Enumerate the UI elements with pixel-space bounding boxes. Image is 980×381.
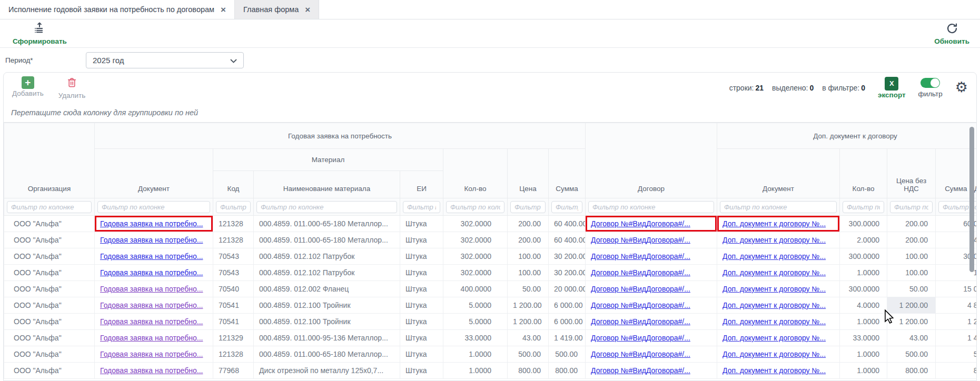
- filter-input-material[interactable]: [256, 201, 397, 213]
- filter-toggle[interactable]: фильтр: [918, 78, 943, 98]
- table-row[interactable]: ООО "Альфа" Годовая заявка на потребно..…: [4, 281, 977, 297]
- cell-code: 70541: [213, 297, 254, 314]
- contract-link[interactable]: Договор №#ВидДоговора#/...: [591, 366, 690, 375]
- filter-input-contract[interactable]: [588, 201, 714, 213]
- add-label: Добавить: [12, 89, 44, 97]
- cell-document: Годовая заявка на потребно...: [95, 297, 213, 314]
- add-row-button[interactable]: + Добавить: [12, 76, 44, 99]
- filter-input-unit[interactable]: [403, 201, 440, 213]
- addendum-link[interactable]: Доп. документ к договору №...: [722, 236, 826, 244]
- close-icon[interactable]: ×: [305, 5, 310, 14]
- cell-price-no-vat: 1 200.00: [887, 297, 936, 314]
- addendum-link[interactable]: Доп. документ к договору №...: [722, 301, 826, 309]
- excel-export-button[interactable]: X экспорт: [878, 77, 906, 99]
- close-icon[interactable]: ×: [221, 5, 226, 14]
- table-row[interactable]: ООО "Альфа" Годовая заявка на потребно..…: [4, 346, 977, 363]
- addendum-link[interactable]: Доп. документ к договору №...: [722, 334, 826, 342]
- contract-link[interactable]: Договор №#ВидДоговора#/...: [591, 268, 690, 277]
- annual-request-link[interactable]: Годовая заявка на потребно...: [100, 285, 203, 293]
- tab-annual-request-execution[interactable]: Исполнение годовой заявки на потребность…: [0, 0, 235, 19]
- addendum-link[interactable]: Доп. документ к договору №...: [722, 219, 826, 228]
- annual-request-link[interactable]: Годовая заявка на потребно...: [100, 366, 203, 375]
- annual-request-link[interactable]: Годовая заявка на потребно...: [100, 252, 203, 260]
- gear-icon[interactable]: ⚙: [955, 81, 968, 95]
- filter-input-price-no-vat[interactable]: [890, 201, 933, 213]
- group-by-drop-zone[interactable]: Перетащите сюда колонку для группировки …: [4, 103, 976, 123]
- period-select[interactable]: 2025 год: [86, 52, 244, 68]
- addendum-link[interactable]: Доп. документ к договору №...: [722, 285, 826, 293]
- generate-report-icon: [33, 22, 46, 37]
- contract-link[interactable]: Договор №#ВидДоговора#/...: [591, 317, 690, 326]
- column-header-document[interactable]: Документ: [95, 149, 213, 198]
- filter-input-organization[interactable]: [7, 201, 92, 213]
- column-header-unit[interactable]: ЕИ: [400, 171, 443, 198]
- table-row[interactable]: ООО "Альфа" Годовая заявка на потребно..…: [4, 248, 977, 265]
- table-row[interactable]: ООО "Альфа" Годовая заявка на потребно..…: [4, 232, 977, 248]
- column-header-code[interactable]: Код: [213, 171, 254, 198]
- cell-unit: Штука: [400, 297, 443, 314]
- contract-link[interactable]: Договор №#ВидДоговора#/...: [591, 285, 690, 293]
- annual-request-link[interactable]: Годовая заявка на потребно...: [100, 236, 203, 244]
- table-row[interactable]: ООО "Альфа" Годовая заявка на потребно..…: [4, 216, 977, 232]
- column-header-document-2[interactable]: Документ: [717, 149, 840, 198]
- contract-link[interactable]: Договор №#ВидДоговора#/...: [591, 252, 690, 260]
- column-header-material-name[interactable]: Наименование материала: [254, 171, 400, 198]
- annual-request-link[interactable]: Годовая заявка на потребно...: [100, 219, 203, 228]
- cell-price-no-vat: 100.00: [887, 248, 936, 265]
- filter-input-code[interactable]: [216, 201, 251, 213]
- annual-request-link[interactable]: Годовая заявка на потребно...: [100, 350, 203, 358]
- filter-input-price[interactable]: [510, 201, 546, 213]
- column-header-organization[interactable]: Организация: [4, 123, 95, 198]
- addendum-link[interactable]: Доп. документ к договору №...: [722, 252, 826, 260]
- generate-label: Сформировать: [13, 37, 67, 45]
- filter-input-qty[interactable]: [446, 201, 504, 213]
- cell-price-no-vat: 200.00: [887, 216, 936, 232]
- column-header-price-no-vat[interactable]: Цена без НДС: [887, 149, 936, 198]
- contract-link[interactable]: Договор №#ВидДоговора#/...: [591, 219, 690, 228]
- cell-addendum-document: Доп. документ к договору №...: [717, 216, 840, 232]
- tab-main-form[interactable]: Главная форма ×: [235, 0, 319, 19]
- toggle-on-icon[interactable]: [920, 78, 940, 88]
- addendum-link[interactable]: Доп. документ к договору №...: [722, 268, 826, 277]
- period-select-value: 2025 год: [93, 56, 124, 65]
- vertical-scrollbar[interactable]: [968, 123, 975, 380]
- refresh-button[interactable]: Обновить: [934, 22, 969, 45]
- annual-request-link[interactable]: Годовая заявка на потребно...: [100, 301, 203, 309]
- cell-qty-2: 33.0000: [840, 330, 887, 346]
- cell-price: 100.00: [508, 248, 549, 265]
- column-header-qty-2[interactable]: Кол-во: [840, 149, 887, 198]
- generate-button[interactable]: Сформировать: [13, 22, 67, 45]
- annual-request-link[interactable]: Годовая заявка на потребно...: [100, 334, 203, 342]
- contract-link[interactable]: Договор №#ВидДоговора#/...: [591, 236, 690, 244]
- contract-link[interactable]: Договор №#ВидДоговора#/...: [591, 334, 690, 342]
- column-header-sum[interactable]: Сумма: [549, 149, 586, 198]
- table-row[interactable]: ООО "Альфа" Годовая заявка на потребно..…: [4, 297, 977, 314]
- filter-input-sum[interactable]: [551, 201, 582, 213]
- filter-input-qty-2[interactable]: [843, 201, 884, 213]
- cell-qty: 1.0000: [443, 363, 508, 379]
- cell-unit: Штука: [400, 216, 443, 232]
- contract-link[interactable]: Договор №#ВидДоговора#/...: [591, 350, 690, 358]
- table-row[interactable]: ООО "Альфа" Годовая заявка на потребно..…: [4, 314, 977, 330]
- scrollbar-thumb[interactable]: [969, 127, 974, 272]
- cell-material: 000.4859. 011.000-95-136 Металлор...: [254, 330, 400, 346]
- table-row[interactable]: ООО "Альфа" Годовая заявка на потребно..…: [4, 330, 977, 346]
- cell-material: 000.4859. 011.000-65-180 Металлор...: [254, 232, 400, 248]
- annual-request-link[interactable]: Годовая заявка на потребно...: [100, 317, 203, 326]
- column-header-contract[interactable]: Договор: [586, 123, 717, 198]
- table-row[interactable]: ООО "Альфа" Годовая заявка на потребно..…: [4, 265, 977, 281]
- column-header-qty[interactable]: Кол-во: [443, 149, 508, 198]
- column-header-price[interactable]: Цена: [508, 149, 549, 198]
- cell-document: Годовая заявка на потребно...: [95, 314, 213, 330]
- addendum-link[interactable]: Доп. документ к договору №...: [722, 350, 826, 358]
- addendum-link[interactable]: Доп. документ к договору №...: [722, 366, 826, 375]
- annual-request-link[interactable]: Годовая заявка на потребно...: [100, 268, 203, 277]
- action-bar: Сформировать Обновить: [0, 19, 980, 48]
- delete-row-button[interactable]: Удалить: [58, 76, 86, 99]
- contract-link[interactable]: Договор №#ВидДоговора#/...: [591, 301, 690, 309]
- table-row[interactable]: ООО "Альфа" Годовая заявка на потребно..…: [4, 363, 977, 379]
- addendum-link[interactable]: Доп. документ к договору №...: [722, 317, 826, 326]
- filter-input-document[interactable]: [97, 201, 210, 213]
- filter-input-document-2[interactable]: [720, 201, 837, 213]
- group-hint: Перетащите сюда колонку для группировки …: [11, 108, 198, 117]
